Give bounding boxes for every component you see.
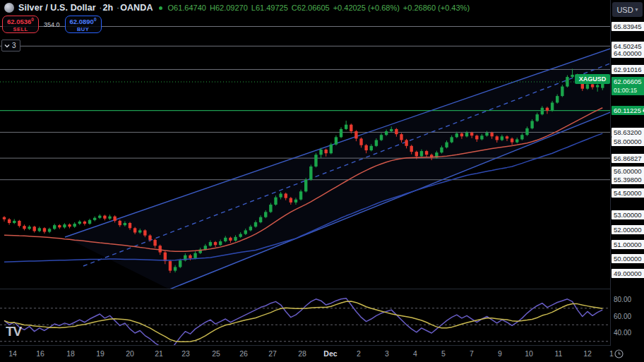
price-level-label: 52.00000 xyxy=(612,225,644,234)
candle-body xyxy=(515,139,518,142)
price-level-label: 50.00000 xyxy=(612,254,644,263)
current-price-label: 62.0660501:00:15 xyxy=(612,77,644,95)
candle-body xyxy=(133,228,136,232)
price-level-label: 62.91016 xyxy=(612,65,644,74)
candle-body xyxy=(350,125,352,131)
candle-body xyxy=(108,217,111,219)
candle-body xyxy=(239,234,242,237)
object-tree-badge[interactable]: 3 xyxy=(1,40,20,52)
candle-body xyxy=(73,224,76,227)
timezone-clock-icon[interactable] xyxy=(614,349,624,359)
candle-body xyxy=(179,260,181,267)
candle-body xyxy=(556,96,559,102)
candle-body xyxy=(285,193,287,198)
candle-body xyxy=(470,133,473,135)
price-level-label: 49.00000 xyxy=(612,269,644,278)
object-count: 3 xyxy=(12,42,16,49)
currency-button[interactable]: USD ▾ xyxy=(612,2,643,17)
time-label: 10 xyxy=(525,349,533,358)
tradingview-watermark: TV xyxy=(6,324,21,339)
candle-body xyxy=(113,217,116,221)
candle-body xyxy=(193,253,196,258)
candle-body xyxy=(525,128,528,135)
time-label: 14 xyxy=(8,349,17,358)
chart-canvas[interactable] xyxy=(0,0,644,362)
rsi-scale-tick: 80.00 xyxy=(614,296,631,304)
chevron-down-icon xyxy=(4,43,10,49)
rsi-pane xyxy=(0,298,610,351)
time-axis[interactable]: 1416181920212325262728Dec2345791011121 xyxy=(0,346,644,362)
candle-body xyxy=(234,237,237,241)
candle-body xyxy=(520,135,523,139)
price-level-label: 51.00000 xyxy=(612,240,644,249)
price-level-label: 58.00000 xyxy=(612,137,644,146)
market-open-dot xyxy=(159,6,162,10)
candle-body xyxy=(375,140,378,145)
candle-body xyxy=(400,134,402,140)
candle-body xyxy=(264,212,267,217)
rsi-line xyxy=(4,298,602,351)
candle-body xyxy=(536,114,539,121)
candle-body xyxy=(591,84,594,87)
time-label: 20 xyxy=(126,349,134,358)
candle-body xyxy=(153,240,156,246)
candle-body xyxy=(480,135,483,139)
time-label: 2 xyxy=(357,349,361,358)
buy-button[interactable]: 62.08900 BUY xyxy=(65,16,102,33)
candle-body xyxy=(224,238,227,241)
candle-body xyxy=(119,221,121,225)
time-label: 3 xyxy=(385,349,389,358)
candle-body xyxy=(23,226,25,229)
candle-body xyxy=(28,227,30,229)
time-label: 23 xyxy=(181,349,190,358)
candle-body xyxy=(58,225,61,227)
candle-body xyxy=(410,146,413,152)
time-label: 26 xyxy=(239,349,248,358)
candle-body xyxy=(274,198,277,205)
symbol-name: Silver / U.S. Dollar xyxy=(18,3,96,13)
price-line-symbol-chip: XAGUSD xyxy=(575,74,610,84)
candle-body xyxy=(18,221,20,226)
time-label: 12 xyxy=(583,349,592,358)
price-level-label: 64.00000 xyxy=(612,49,644,58)
price-axis[interactable]: USD ▾ 65.8394564.5024564.0000062.9101662… xyxy=(611,0,644,346)
green-level-price-label: 60.11225 xyxy=(612,106,644,115)
candle-body xyxy=(380,135,383,140)
candle-body xyxy=(546,108,549,111)
candle-body xyxy=(294,200,297,203)
time-label: 4 xyxy=(413,349,417,358)
candle-body xyxy=(309,167,312,180)
candle-body xyxy=(506,136,508,138)
time-label: 18 xyxy=(66,349,75,358)
spread-value: 354.0 xyxy=(39,21,65,28)
chart-legend: Silver / U.S. Dollar ·2h ·OANDA O61.6474… xyxy=(4,3,470,13)
candle-body xyxy=(475,135,478,139)
sell-button[interactable]: 62.05360 SELL xyxy=(2,16,39,33)
candle-body xyxy=(541,108,544,114)
candle-body xyxy=(304,180,307,192)
time-label-month: Dec xyxy=(323,349,337,358)
symbol-title[interactable]: Silver / U.S. Dollar ·2h ·OANDA xyxy=(18,3,153,13)
candle-body xyxy=(68,224,71,227)
time-label: 7 xyxy=(470,349,474,358)
candle-body xyxy=(48,229,51,231)
candle-body xyxy=(496,136,499,140)
candle-body xyxy=(390,129,393,131)
candle-body xyxy=(359,138,362,145)
candle-body xyxy=(290,198,292,203)
candle-body xyxy=(129,223,131,228)
time-label: 16 xyxy=(36,349,44,358)
candle-body xyxy=(405,140,407,145)
time-label: 28 xyxy=(298,349,306,358)
candle-body xyxy=(314,155,317,167)
candle-body xyxy=(93,218,96,220)
candle-body xyxy=(209,242,212,246)
candle-body xyxy=(445,143,448,147)
instrument-logo xyxy=(4,3,14,13)
candle-body xyxy=(279,193,282,197)
trading-chart-window: Silver / U.S. Dollar ·2h ·OANDA O61.6474… xyxy=(0,0,644,362)
candle-body xyxy=(143,230,146,235)
candle-body xyxy=(335,137,338,144)
candle-body xyxy=(88,220,91,224)
candle-body xyxy=(324,150,327,153)
